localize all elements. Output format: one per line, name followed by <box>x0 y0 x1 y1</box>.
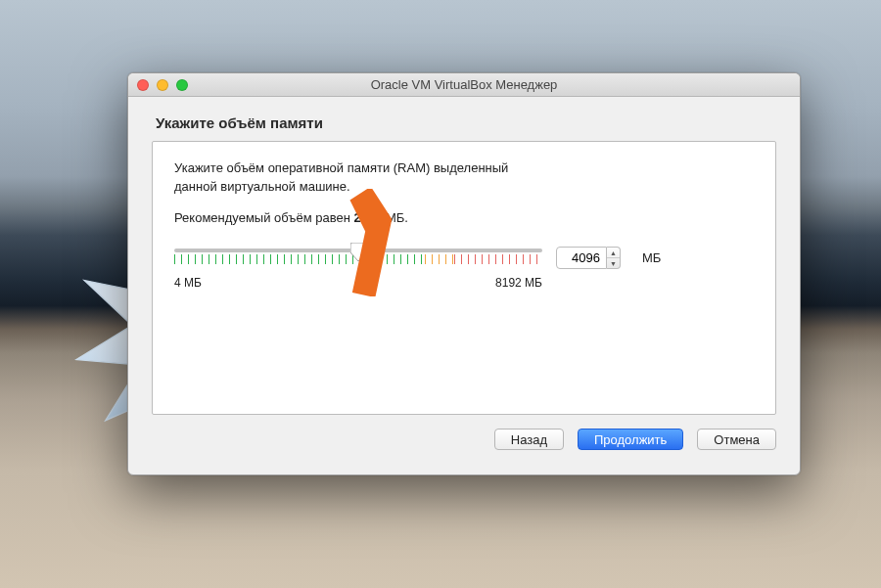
memory-unit-label: МБ <box>642 250 661 265</box>
zoom-window-button[interactable] <box>176 79 188 91</box>
cancel-button[interactable]: Отмена <box>697 429 776 450</box>
recommended-value: 2048 <box>353 210 382 225</box>
memory-slider-row: ▲ ▼ МБ <box>174 247 754 270</box>
slider-zone-orange <box>425 254 454 264</box>
slider-min-label: 4 МБ <box>174 276 202 290</box>
dialog-buttons: Назад Продолжить Отмена <box>128 415 800 450</box>
description-text: Укажите объём оперативной памяти (RAM) в… <box>174 159 527 197</box>
slider-zone-green <box>174 254 425 264</box>
titlebar: Oracle VM VirtualBox Менеджер <box>128 73 800 97</box>
traffic-lights <box>137 79 188 91</box>
content-area: Укажите объём памяти Укажите объём опера… <box>128 97 800 415</box>
slider-range-labels: 4 МБ 8192 МБ <box>174 276 542 290</box>
page-heading: Укажите объём памяти <box>156 114 776 131</box>
slider-thumb[interactable] <box>350 243 366 261</box>
recommended-prefix: Рекомендуемый объём равен <box>174 210 353 225</box>
inset-panel: Укажите объём оперативной памяти (RAM) в… <box>152 141 776 415</box>
back-button[interactable]: Назад <box>494 429 564 450</box>
slider-max-label: 8192 МБ <box>495 276 542 290</box>
stepper-up-icon[interactable]: ▲ <box>607 248 620 258</box>
close-window-button[interactable] <box>137 79 149 91</box>
window-title: Oracle VM VirtualBox Менеджер <box>128 77 800 92</box>
minimize-window-button[interactable] <box>157 79 168 91</box>
continue-button[interactable]: Продолжить <box>578 429 683 450</box>
memory-stepper[interactable]: ▲ ▼ <box>607 247 621 269</box>
slider-zone-red <box>454 254 542 264</box>
stepper-down-icon[interactable]: ▼ <box>607 258 620 268</box>
memory-input-group: ▲ ▼ <box>556 247 621 269</box>
memory-input[interactable] <box>556 247 607 269</box>
memory-slider[interactable] <box>174 247 542 270</box>
dialog-window: Oracle VM VirtualBox Менеджер Укажите об… <box>127 72 801 475</box>
recommended-text: Рекомендуемый объём равен 2048 МБ. <box>174 210 754 225</box>
recommended-suffix: МБ. <box>382 210 408 225</box>
